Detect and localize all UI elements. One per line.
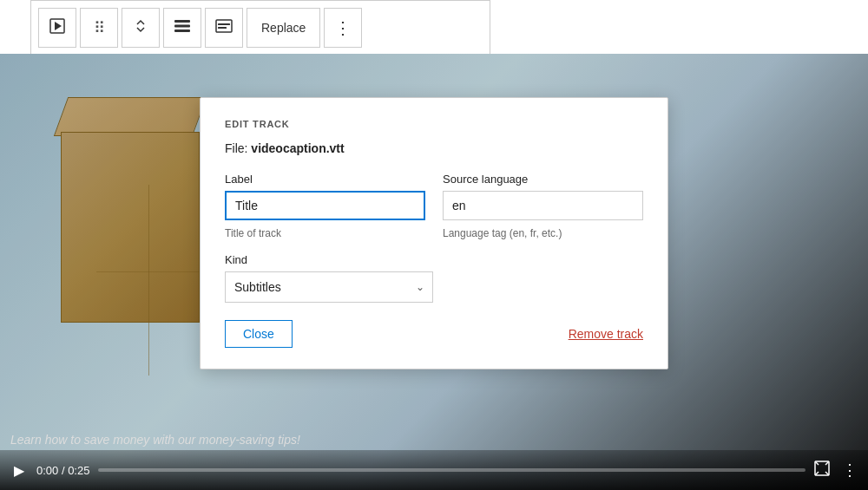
label-hint: Title of track — [225, 227, 425, 239]
caption-text: Learn how to save money with our money-s… — [0, 433, 868, 447]
svg-rect-6 — [218, 23, 230, 25]
modal-title: EDIT TRACK — [225, 119, 643, 129]
caption-icon — [215, 19, 233, 36]
svg-marker-1 — [55, 22, 62, 30]
svg-rect-7 — [218, 27, 227, 29]
replace-button[interactable]: Replace — [247, 8, 320, 48]
label-group: Label Title of track — [225, 173, 425, 239]
align-icon — [174, 20, 190, 36]
file-name: videocaption.vtt — [251, 141, 344, 155]
video-progress-bar[interactable] — [98, 468, 806, 472]
arrows-icon — [133, 18, 148, 37]
modal-actions: Close Remove track — [225, 320, 643, 348]
file-label: File: — [225, 141, 247, 155]
drag-icon: ⠿ — [94, 18, 105, 37]
svg-rect-5 — [216, 20, 232, 32]
svg-rect-4 — [174, 29, 190, 32]
play-icon-button[interactable] — [38, 8, 76, 48]
source-language-label: Source language — [443, 173, 643, 186]
source-language-hint: Language tag (en, fr, etc.) — [443, 227, 643, 239]
align-button[interactable] — [163, 8, 201, 48]
video-play-button[interactable]: ▶ — [10, 462, 28, 479]
more-options-button[interactable]: ⋮ — [324, 8, 362, 48]
svg-rect-2 — [174, 20, 190, 23]
kind-group: Kind Subtitles Captions Descriptions Cha… — [225, 253, 643, 303]
edit-track-modal: EDIT TRACK File: videocaption.vtt Label … — [200, 97, 668, 369]
kind-select-wrapper: Subtitles Captions Descriptions Chapters… — [225, 271, 433, 303]
caption-content: Learn how to save money with our money-s… — [10, 433, 300, 447]
drag-handle-button[interactable]: ⠿ — [80, 8, 118, 48]
reorder-button[interactable] — [122, 8, 160, 48]
play-icon — [49, 18, 65, 37]
modal-file-info: File: videocaption.vtt — [225, 141, 643, 155]
label-source-row: Label Title of track Source language Lan… — [225, 173, 643, 239]
kind-select[interactable]: Subtitles Captions Descriptions Chapters… — [225, 271, 433, 303]
video-time: 0:00 / 0:25 — [36, 464, 89, 477]
label-field-label: Label — [225, 173, 425, 186]
source-language-input[interactable] — [443, 191, 643, 220]
toolbar: ⠿ Replace ⋮ — [30, 0, 490, 54]
close-button[interactable]: Close — [225, 320, 293, 348]
modal-overlay: EDIT TRACK File: videocaption.vtt Label … — [0, 54, 868, 490]
more-icon: ⋮ — [334, 17, 352, 38]
caption-button[interactable] — [205, 8, 243, 48]
video-container: EDIT TRACK File: videocaption.vtt Label … — [0, 54, 868, 490]
video-controls-right: ⋮ — [814, 461, 858, 480]
label-input[interactable] — [225, 191, 425, 220]
svg-rect-3 — [174, 24, 190, 27]
replace-label: Replace — [261, 21, 306, 35]
video-controls: ▶ 0:00 / 0:25 ⋮ — [0, 450, 868, 490]
fullscreen-icon[interactable] — [814, 461, 830, 480]
kind-label: Kind — [225, 253, 643, 266]
more-video-options-icon[interactable]: ⋮ — [842, 461, 858, 480]
source-language-group: Source language Language tag (en, fr, et… — [443, 173, 643, 239]
remove-track-button[interactable]: Remove track — [569, 327, 643, 341]
